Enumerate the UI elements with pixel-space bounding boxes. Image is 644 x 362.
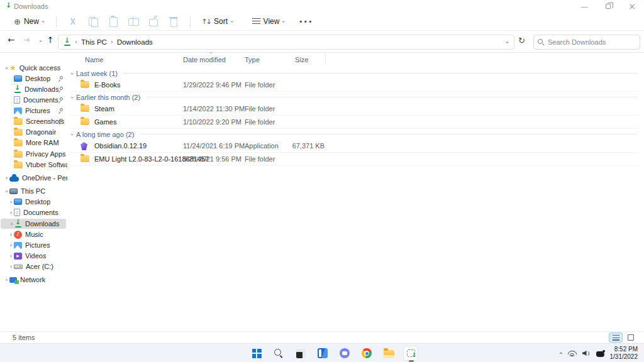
chevron-collapsed-icon[interactable]: ›: [4, 277, 9, 283]
sidebar-item-network[interactable]: › Network: [0, 275, 67, 285]
folder-icon: [80, 118, 89, 125]
sidebar-item-screenshots[interactable]: Screenshots: [0, 116, 67, 126]
minimize-button[interactable]: —: [572, 0, 596, 13]
chevron-expanded-icon[interactable]: ›: [69, 93, 75, 102]
chevron-expanded-icon[interactable]: ›: [69, 69, 75, 78]
downloads-app-button[interactable]: ↓: [403, 346, 418, 361]
sidebar-item-vtuber-software[interactable]: Vtuber Software: [0, 160, 67, 170]
breadcrumb-this-pc[interactable]: This PC: [81, 38, 107, 46]
sidebar-item-desktop[interactable]: Desktop: [0, 74, 67, 84]
refresh-button[interactable]: ↻: [518, 36, 525, 45]
sidebar-item-pc-desktop[interactable]: › Desktop: [0, 197, 67, 207]
chevron-collapsed-icon[interactable]: ›: [8, 253, 14, 259]
file-row-obsidian[interactable]: Obsidian.0.12.19 11/24/2021 6:19 PM Appl…: [70, 140, 639, 153]
sort-button[interactable]: ↑↓ Sort ›: [197, 14, 238, 28]
pin-icon: [59, 75, 64, 80]
column-header-date-modified[interactable]: Date modified: [183, 56, 226, 63]
cut-button[interactable]: [68, 16, 78, 26]
breadcrumb-downloads[interactable]: Downloads: [117, 38, 153, 46]
view-button[interactable]: View ›: [247, 14, 290, 28]
paste-button[interactable]: [108, 16, 118, 26]
new-button[interactable]: ⊕ New ›: [9, 14, 50, 28]
sidebar-item-pc-pictures[interactable]: › Pictures: [0, 240, 67, 250]
group-divider-line: [146, 97, 638, 97]
file-row-steam[interactable]: Steam 1/14/2022 11:30 PM File folder: [70, 102, 639, 116]
sidebar-label: Documents: [23, 96, 58, 104]
sidebar-item-pc-music[interactable]: › ♪ Music: [0, 229, 67, 239]
new-button-label: New: [24, 17, 39, 26]
sidebar-item-pc-drive-c[interactable]: › Acer (C:): [0, 261, 67, 272]
share-button[interactable]: [148, 16, 158, 26]
chevron-expanded-icon[interactable]: ›: [69, 130, 75, 139]
chevron-collapsed-icon[interactable]: ›: [9, 221, 14, 227]
group-header-last-week[interactable]: › Last week (1): [67, 68, 644, 79]
chevron-collapsed-icon[interactable]: ›: [8, 264, 14, 270]
widgets-button[interactable]: [315, 346, 330, 361]
folder-icon: [14, 140, 23, 146]
column-header-size[interactable]: Size: [295, 56, 308, 63]
group-header-earlier-this-month[interactable]: › Earlier this month (2): [67, 92, 644, 102]
file-row-e-books[interactable]: E-Books 1/29/2022 9:46 PM File folder: [70, 79, 639, 92]
sidebar-item-pc-downloads[interactable]: › ↓ Downloads: [1, 219, 66, 229]
recent-locations-button[interactable]: ›: [38, 35, 43, 48]
back-button[interactable]: ←: [5, 36, 18, 44]
sidebar-item-this-pc[interactable]: › This PC: [0, 186, 67, 196]
chevron-collapsed-icon[interactable]: ›: [8, 243, 14, 248]
file-date: 1/29/2022 9:46 PM: [183, 81, 242, 89]
file-explorer-button[interactable]: [381, 346, 396, 361]
chevron-collapsed-icon[interactable]: ›: [8, 199, 14, 205]
address-bar[interactable]: ↓ › This PC › Downloads ›: [58, 35, 514, 50]
address-dropdown-chevron[interactable]: ›: [505, 41, 511, 43]
chevron-collapsed-icon[interactable]: ›: [4, 175, 9, 181]
sidebar-item-pictures[interactable]: Pictures: [0, 106, 67, 116]
group-header-a-long-time-ago[interactable]: › A long time ago (2): [67, 129, 644, 140]
breadcrumb-separator: ›: [75, 39, 77, 45]
restore-button[interactable]: [596, 0, 620, 13]
sidebar-item-dragonair[interactable]: Dragonair: [0, 127, 67, 137]
close-button[interactable]: ×: [620, 0, 644, 13]
more-options-button[interactable]: •••: [299, 18, 313, 25]
sidebar-item-downloads[interactable]: ↓ Downloads: [0, 84, 67, 94]
file-row-emu-light[interactable]: EMU Light L2.0-83-L2-0-1618681457 5/25/2…: [70, 153, 639, 166]
copy-button[interactable]: [88, 16, 98, 26]
column-header-name[interactable]: Name: [85, 56, 103, 63]
file-row-games[interactable]: Games 1/10/2022 9:20 PM File folder: [70, 116, 639, 129]
tray-overflow-chevron[interactable]: ›: [558, 352, 564, 354]
column-header-type[interactable]: Type: [245, 56, 260, 63]
sidebar-item-pc-documents[interactable]: › Documents: [0, 207, 67, 217]
task-view-button[interactable]: [293, 346, 308, 361]
chrome-button[interactable]: [359, 346, 374, 361]
start-button[interactable]: [249, 346, 264, 361]
delete-button[interactable]: [169, 16, 179, 26]
sidebar-item-quick-access[interactable]: › ★ Quick access: [0, 63, 67, 73]
sidebar-item-onedrive[interactable]: › OneDrive - Personal: [0, 173, 67, 183]
widgets-icon: [318, 348, 328, 358]
sidebar-item-documents[interactable]: Documents: [0, 95, 67, 105]
search-box[interactable]: [533, 35, 640, 50]
icons-view-toggle[interactable]: [624, 332, 638, 343]
up-button[interactable]: ↑: [44, 36, 57, 44]
sidebar-item-more-ram[interactable]: More RAM: [0, 138, 67, 148]
chevron-collapsed-icon[interactable]: ›: [8, 232, 14, 238]
sidebar-label: Dragonair: [26, 128, 56, 136]
file-name: E-Books: [94, 81, 121, 89]
column-divider[interactable]: [325, 54, 326, 65]
file-date: 11/24/2021 6:19 PM: [183, 142, 245, 150]
taskbar-clock[interactable]: 8:52 PM 1/31/2022: [610, 346, 638, 361]
forward-button[interactable]: →: [20, 36, 33, 44]
chevron-expanded-icon[interactable]: ›: [4, 189, 9, 194]
rename-button[interactable]: [128, 16, 138, 26]
chevron-collapsed-icon[interactable]: ›: [8, 210, 14, 216]
sidebar-item-privacy-apps[interactable]: Privacy Apps: [0, 149, 67, 159]
volume-icon[interactable]: [582, 350, 591, 356]
wifi-icon[interactable]: [568, 350, 577, 356]
search-input[interactable]: [548, 38, 636, 46]
sidebar-item-pc-videos[interactable]: › ▶ Videos: [0, 251, 67, 261]
tray-app-icon[interactable]: [596, 351, 604, 357]
chevron-expanded-icon[interactable]: ›: [4, 65, 9, 71]
file-type: File folder: [245, 155, 275, 163]
details-view-toggle[interactable]: [609, 332, 623, 343]
group-divider-line: [140, 134, 638, 134]
taskbar-search-button[interactable]: [271, 346, 286, 361]
teams-chat-button[interactable]: [337, 346, 352, 361]
